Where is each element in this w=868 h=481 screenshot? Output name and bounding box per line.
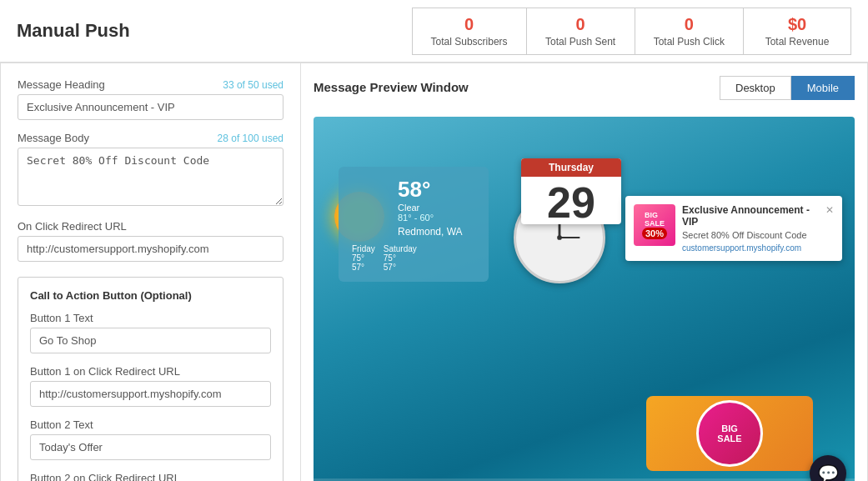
weather-saturday-low: 57° xyxy=(384,263,417,272)
notification-url: customersupport.myshopify.com xyxy=(682,243,819,253)
weather-temp: 58° xyxy=(398,177,430,202)
chat-bubble-icon[interactable]: 💬 xyxy=(810,455,846,481)
page-title: Manual Push xyxy=(17,20,130,42)
btn1-url-input[interactable] xyxy=(30,381,271,407)
message-body-input[interactable] xyxy=(18,148,283,206)
btn1-text-input[interactable] xyxy=(30,328,271,353)
chat-icon: 💬 xyxy=(818,463,839,481)
bottom-sale-banner: BIG SALE xyxy=(646,396,813,471)
big-sale-circle: BIG SALE xyxy=(696,400,763,467)
view-toggle: Desktop Mobile xyxy=(720,76,855,100)
stat-value-subscribers: 0 xyxy=(431,15,508,34)
big-sale-text: BIGSALE xyxy=(645,211,665,228)
top-bar: Manual Push 0 Total Subscribers 0 Total … xyxy=(0,0,868,63)
btn2-text-label: Button 2 Text xyxy=(30,418,271,431)
desktop-toggle[interactable]: Desktop xyxy=(720,76,791,100)
btn1-url-label: Button 1 on Click Redirect URL xyxy=(30,365,271,378)
redirect-url-label: On Click Redirect URL xyxy=(18,220,127,233)
weather-saturday-high: 75° xyxy=(384,253,417,263)
calendar-day-number: 29 xyxy=(521,177,621,224)
message-heading-input[interactable] xyxy=(18,94,283,120)
notification-body: Secret 80% Off Discount Code xyxy=(682,230,819,240)
calendar-day-name: Thursday xyxy=(521,158,621,177)
weather-forecast-friday: Friday 75° 57° xyxy=(352,244,375,272)
notification-icon: BIGSALE 30% xyxy=(634,204,675,246)
stat-value-push-click: 0 xyxy=(654,15,725,34)
stat-label-push-sent: Total Push Sent xyxy=(545,36,616,48)
left-panel: Message Heading 33 of 50 used Message Bo… xyxy=(1,63,301,481)
notification-title: Exclusive Announcement - VIP xyxy=(682,204,819,228)
mobile-toggle[interactable]: Mobile xyxy=(791,76,855,100)
preview-title: Message Preview Window xyxy=(314,80,469,94)
message-heading-label-row: Message Heading 33 of 50 used xyxy=(18,78,283,91)
weather-friday-low: 57° xyxy=(352,263,375,272)
right-panel: Message Preview Window Desktop Mobile 58… xyxy=(301,63,867,481)
desktop-background: 58° Clear 81° - 60° Redmond, WA Friday 7… xyxy=(314,117,855,481)
stat-label-revenue: Total Revenue xyxy=(762,36,832,48)
stat-box-push-sent: 0 Total Push Sent xyxy=(526,8,635,55)
stats-row: 0 Total Subscribers 0 Total Push Sent 0 … xyxy=(412,8,851,55)
weather-forecast: Friday 75° 57° Saturday 75° 57° xyxy=(352,244,475,272)
stat-label-subscribers: Total Subscribers xyxy=(431,36,508,48)
message-heading-label: Message Heading xyxy=(18,78,105,91)
main-content: Message Heading 33 of 50 used Message Bo… xyxy=(0,63,868,481)
btn2-text-input[interactable] xyxy=(30,434,271,460)
notification-popup: BIGSALE 30% Exclusive Announcement - VIP… xyxy=(625,196,842,261)
percent-text: 30% xyxy=(642,228,667,239)
stat-box-push-click: 0 Total Push Click xyxy=(635,8,743,55)
redirect-url-label-row: On Click Redirect URL xyxy=(18,220,283,233)
stat-value-revenue: $0 xyxy=(762,15,832,34)
svg-point-2 xyxy=(557,235,562,240)
notification-content: Exclusive Announcement - VIP Secret 80% … xyxy=(682,204,819,253)
weather-friday-high: 75° xyxy=(352,253,375,263)
weather-range: 81° - 60° xyxy=(398,213,475,223)
weather-forecast-saturday: Saturday 75° 57° xyxy=(384,244,417,272)
weather-condition: Clear xyxy=(398,203,475,213)
preview-area: 58° Clear 81° - 60° Redmond, WA Friday 7… xyxy=(314,117,855,481)
stat-box-revenue: $0 Total Revenue xyxy=(743,8,851,55)
weather-location: Redmond, WA xyxy=(398,226,475,238)
redirect-url-input[interactable] xyxy=(18,236,283,262)
cta-section: Call to Action Button (Optional) Button … xyxy=(18,277,283,481)
cta-title: Call to Action Button (Optional) xyxy=(30,289,271,302)
message-body-label-row: Message Body 28 of 100 used xyxy=(18,132,283,144)
message-heading-char-count: 33 of 50 used xyxy=(223,79,283,91)
btn2-url-label: Button 2 on Click Redirect URL xyxy=(30,472,271,481)
message-body-char-count: 28 of 100 used xyxy=(218,133,283,144)
calendar-widget: Thursday 29 xyxy=(521,158,621,224)
weather-widget: 58° Clear 81° - 60° Redmond, WA Friday 7… xyxy=(339,167,489,282)
stat-value-push-sent: 0 xyxy=(545,15,616,34)
message-body-label: Message Body xyxy=(18,132,89,144)
notification-close-icon[interactable]: ✕ xyxy=(825,204,834,216)
stat-box-subscribers: 0 Total Subscribers xyxy=(412,8,526,55)
btn1-text-label: Button 1 Text xyxy=(30,312,271,324)
stat-label-push-click: Total Push Click xyxy=(654,36,725,48)
